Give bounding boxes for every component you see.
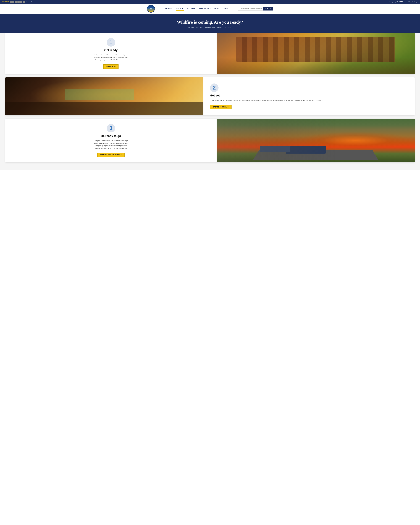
step-3-button[interactable]: PREPARE FOR EVACUATION [97, 153, 124, 157]
step-2-image [5, 77, 204, 115]
hero-subtitle: Prepare yourself and your family by foll… [3, 26, 417, 28]
instagram-icon[interactable] [9, 1, 12, 3]
nav-join-us[interactable]: JOIN US [213, 8, 220, 9]
step-2-description: Create a plan with your family to evacua… [210, 99, 323, 102]
step-3-section: 3 Be ready to go Give your household the… [5, 119, 415, 162]
social-icons [9, 1, 25, 3]
step-1-button[interactable]: LEARN HOW [103, 64, 119, 69]
vimeo-icon[interactable] [23, 1, 25, 3]
step-1-number: 1 [107, 38, 115, 47]
step-2-section: 2 Get set Create a plan with your family… [5, 77, 415, 115]
call-911[interactable]: Call 911 [397, 1, 403, 3]
step-1-image [216, 33, 415, 74]
step-2-number: 2 [210, 84, 219, 92]
twitter-icon[interactable] [20, 1, 22, 3]
search-area: SEARCH [238, 7, 273, 10]
step-1-section: 1 Get ready Being ready for wildfire sta… [5, 33, 415, 74]
nav-what-we-do[interactable]: WHAT WE DO ▾ [199, 8, 210, 9]
step-3-description: Give your household the best chance of s… [93, 140, 129, 150]
flickr-icon[interactable] [18, 1, 19, 3]
nav-prepare[interactable]: PREPARE [176, 8, 184, 9]
step-2-title: Get set [210, 94, 220, 97]
brand-logo[interactable]: CAL FIRE SINCE 1885 [147, 5, 155, 13]
step-2-button[interactable]: CREATE YOUR PLAN [210, 105, 232, 109]
translate-link[interactable]: Translate [405, 1, 411, 3]
ca-gov-logo: CA.GOV [2, 1, 9, 3]
step-1-description: Being ready for wildfire starts with mai… [93, 54, 129, 61]
hero-title: Wildfire is coming. Are you ready? [3, 20, 417, 25]
step-3-number: 3 [107, 124, 115, 132]
nav-about[interactable]: ABOUT [223, 8, 228, 9]
main-navigation: INCIDENTS PREPARE OUR IMPACT WHAT WE DO … [157, 8, 236, 9]
step-3-title: Be ready to go [101, 134, 121, 138]
search-button[interactable]: SEARCH [263, 7, 273, 10]
search-input[interactable] [238, 7, 263, 10]
settings-link[interactable]: Settings [412, 1, 418, 3]
step-3-image [216, 119, 415, 162]
contact-link[interactable]: Contact Us [26, 1, 33, 3]
nav-our-impact[interactable]: OUR IMPACT [187, 8, 196, 9]
facebook-icon[interactable] [12, 1, 14, 3]
nav-incidents[interactable]: INCIDENTS [165, 8, 174, 9]
step-1-title: Get ready [104, 48, 118, 52]
youtube-icon[interactable] [15, 1, 17, 3]
emergency-text: Emergency? Call 911 [389, 1, 403, 3]
